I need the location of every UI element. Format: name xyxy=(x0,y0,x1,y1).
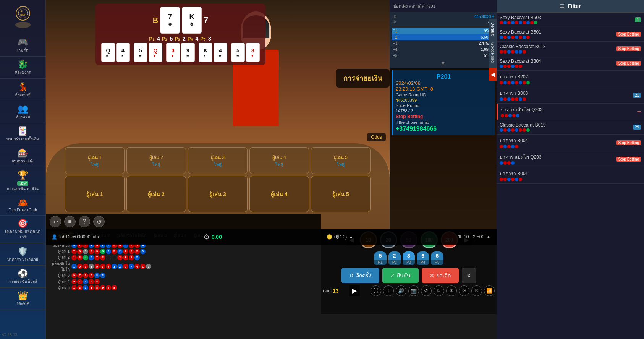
game-list-panel: ☰ Filter Sexy Baccarat B503 1 Sexy Bacca… xyxy=(497,0,644,339)
player5-top-slot[interactable]: ผู้เล่น 5 ไพ่สู่ xyxy=(311,147,371,174)
chip-count-display: 0(D 0) xyxy=(334,234,347,240)
dealer-background: B 7 ♣ K ♣ 7 xyxy=(46,0,497,245)
app-logo: ALL BET xyxy=(8,2,38,32)
music-btn[interactable]: ♩ xyxy=(383,285,394,296)
row-label-roulette: รูเล็ต/ซิกโบโยโล xyxy=(48,261,71,272)
version-label: V4.18.13 xyxy=(2,333,17,337)
player2-main-slot[interactable]: ผู้เล่น 2 xyxy=(126,176,186,212)
sidebar-item-sport[interactable]: ⚽ การแข่งขัน อ็อลล์ xyxy=(0,266,45,288)
history-button[interactable]: ≡ xyxy=(64,216,76,227)
help-button[interactable]: ? xyxy=(79,216,90,227)
undo-button[interactable]: ↩ xyxy=(50,216,61,227)
game-badge-b019: 29 xyxy=(633,125,641,130)
sidebar-item-lottery[interactable]: 🎰 เล่นหลายโต๊ะ xyxy=(0,145,45,167)
player4-top-slot[interactable]: ผู้เล่น 4 ไพ่สู่ xyxy=(249,147,309,174)
balance-display: 0.00 xyxy=(212,234,222,240)
sidebar-item-insurance[interactable]: 🛡️ บาคาร่า ประกันภัย xyxy=(0,243,45,266)
p2-card2: Q♥ xyxy=(149,43,162,62)
repeat-button[interactable]: ↺ อีกครั้ง xyxy=(341,268,379,283)
game-item-b001[interactable]: บาคาร่า B001 xyxy=(497,167,644,184)
sidebar-item-lobby[interactable]: 🐉 ห้องมังกร xyxy=(0,57,45,79)
cancel-button[interactable]: ✕ ยกเลิก xyxy=(422,268,459,283)
player1-main-slot[interactable]: ผู้เล่น 1 xyxy=(65,176,125,212)
p4-card1: K♠ xyxy=(199,43,212,62)
stream3-btn[interactable]: ③ xyxy=(459,285,469,296)
sidebar-item-baccarat45[interactable]: 🃏 บาคาร่า แบบดั้งเดิม xyxy=(0,123,45,145)
score-p1[interactable]: 5 P1 xyxy=(374,251,386,265)
player3-main-slot[interactable]: ผู้เล่น 3 xyxy=(188,176,248,212)
game-badge-b003: 21 xyxy=(633,93,641,98)
confirm-button[interactable]: ✓ ยืนยัน xyxy=(382,268,419,283)
card-display-area: B 7 ♣ K ♣ 7 xyxy=(95,4,265,65)
game-item-b003[interactable]: บาคาร่า B003 21 xyxy=(497,87,644,104)
banker-card1: 7 ♣ xyxy=(160,7,180,34)
video-btn[interactable]: 📷 xyxy=(408,285,419,296)
odds-button[interactable]: Odds xyxy=(367,133,386,141)
player5-main-slot[interactable]: ผู้เล่น 5 xyxy=(311,176,371,212)
p3-card2: 9♣ xyxy=(181,43,195,62)
sidebar-item-vip[interactable]: 👑 โต๊ะVIP xyxy=(0,288,45,310)
p1-card2: 4♠ xyxy=(116,43,130,62)
game-item-q202[interactable]: บาคาร่าเปิดไพ Q202 xyxy=(497,104,644,120)
info-panel: ปอกเด็ง คลาสสิค P201 ID 445080399 ◎ Ani xyxy=(390,0,497,245)
row-label-p2: ผู้เล่น 2 xyxy=(48,255,71,260)
stream1-btn[interactable]: ① xyxy=(434,285,444,296)
player3-top-slot[interactable]: ผู้เล่น 3 ไพ่สู่ xyxy=(188,147,248,174)
sidebar-item-duo[interactable]: 👥 ห้องดวน xyxy=(0,101,45,123)
status-bar: 👤 ab13kc000000tlufs ⚙ 0.00 🪙 0(D 0) ▲ ⇅ … xyxy=(46,229,497,245)
game-item-b202[interactable]: บาคาร่า B202 xyxy=(497,71,644,87)
wifi-btn[interactable]: 📶 xyxy=(484,285,495,296)
score-p2[interactable]: 2 P2 xyxy=(388,251,401,265)
score-p4[interactable]: 6 P4 xyxy=(417,251,429,265)
score-p3[interactable]: 8 P3 xyxy=(403,251,415,265)
sidebar-item-games[interactable]: 🎮 เกมสิ์ติ xyxy=(0,34,45,57)
player4-main-slot[interactable]: ผู้เล่น 4 xyxy=(249,176,309,212)
player-stats-panel: P1: 950/2 P2: 6,603/8 P3: 2,475/12 P4: 1… xyxy=(390,26,497,68)
main-area: B 7 ♣ K ♣ 7 xyxy=(46,0,497,339)
game-badge-b501: Stop Betting xyxy=(616,32,641,37)
stream4-btn[interactable]: ④ xyxy=(471,285,482,296)
game-item-b004[interactable]: บาคาร่า B004 Stop Betting xyxy=(497,135,644,151)
player1-top-slot[interactable]: ผู้เล่น 1 ไพ่สู่ xyxy=(65,147,125,174)
sidebar: ALL BET 🎮 เกมสิ์ติ 🐉 ห้องมังกร 💃 ห้องเซ็… xyxy=(0,0,46,339)
p5-card1: 5♣ xyxy=(231,43,245,62)
payout-notice: การจ่ายยเงิน xyxy=(336,69,390,88)
sound-btn[interactable]: 🔊 xyxy=(396,285,406,296)
goodroad-tab[interactable]: GoodRoad xyxy=(489,39,497,66)
game-item-b501[interactable]: Sexy Baccarat B501 Stop Betting xyxy=(497,27,644,42)
expand-btn[interactable]: ⛶ xyxy=(371,285,381,296)
collapse-btn[interactable]: ◀ xyxy=(489,68,497,81)
bet-range-display: 10 - 2,500 xyxy=(464,234,484,240)
score-p5[interactable]: 6 P5 xyxy=(431,251,443,265)
sidebar-item-casino[interactable]: 🏆 NEW การแข่งขัน คาสิโน xyxy=(0,167,45,195)
sidebar-item-sexy[interactable]: 💃 ห้องเซ็กซี่ xyxy=(0,79,45,101)
row-label-p3: ผู้เล่น 3 xyxy=(48,272,71,278)
p3-card1: 3♥ xyxy=(166,43,180,62)
default-tab[interactable]: Default xyxy=(489,19,497,39)
game-badge-b004: Stop Betting xyxy=(616,140,641,145)
undo-bar: ↩ ≡ ? ↺ xyxy=(46,214,321,229)
game-badge-b018: Stop Betting xyxy=(616,46,641,51)
game-item-b018[interactable]: Classic Baccarat B018 Stop Betting xyxy=(497,42,644,56)
sidebar-item-fishprawncrab[interactable]: 🦀 Fish Prawn Crab xyxy=(0,195,45,216)
banker-card2: K ♣ xyxy=(182,7,202,34)
game-item-b019[interactable]: Classic Baccarat B019 29 xyxy=(497,120,644,135)
refresh-button[interactable]: ↺ xyxy=(93,216,105,227)
settings-button[interactable]: ⚙ xyxy=(462,268,476,283)
timer-arrow-btn[interactable]: ▶ xyxy=(349,285,360,296)
game-item-b304[interactable]: Sexy Baccarat B304 Stop Betting xyxy=(497,56,644,71)
row-label-p5: ผู้เล่น 5 xyxy=(48,285,71,290)
banker-label: B xyxy=(153,16,158,25)
svg-text:BET: BET xyxy=(20,13,26,16)
username-display: ab13kc000000tlufs xyxy=(60,234,99,240)
game-item-q203[interactable]: บาคาร่าเปิดไพ Q203 Stop Betting xyxy=(497,151,644,167)
sidebar-item-andar[interactable]: 🎯 อันดาร์/ ทีม แพ็ตติ บายาร์ xyxy=(0,216,45,243)
player2-top-slot[interactable]: ผู้เล่น 2 ไพ่สู่ xyxy=(126,147,186,174)
game-list-content: Sexy Baccarat B503 1 Sexy Baccarat B501 … xyxy=(497,13,644,339)
reload-btn[interactable]: ↺ xyxy=(421,285,432,296)
stream2-btn[interactable]: ② xyxy=(446,285,457,296)
game-item-b503[interactable]: Sexy Baccarat B503 1 xyxy=(497,13,644,27)
p2-card1: 5♣ xyxy=(134,43,147,62)
game-area: B 7 ♣ K ♣ 7 xyxy=(46,0,497,245)
game-badge-b503: 1 xyxy=(635,17,641,22)
